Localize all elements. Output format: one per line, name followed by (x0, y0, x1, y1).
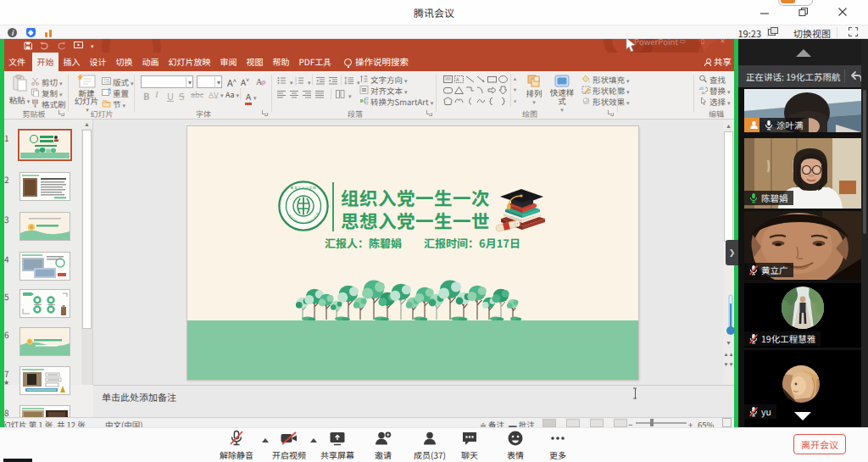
bullets-button[interactable] (277, 75, 293, 87)
fit-slide-button[interactable] (722, 418, 732, 427)
align-center-button[interactable] (290, 89, 301, 101)
previous-slide-button[interactable]: ▲▲ (723, 350, 734, 359)
leave-meeting-button[interactable]: 离开会议 (793, 434, 846, 454)
zoom-level[interactable]: 65% (698, 419, 714, 427)
line-spacing-button[interactable] (344, 75, 360, 87)
increase-font-button[interactable]: A˄ (227, 75, 236, 89)
align-right-button[interactable] (303, 89, 314, 101)
collapse-ribbon-chevron[interactable]: ˄ (721, 110, 725, 120)
tab-review[interactable]: 审阅 (215, 53, 242, 71)
copy-button[interactable]: 复制 (31, 87, 63, 99)
sidebar-scrollbar-thumb[interactable] (863, 90, 866, 234)
slide-thumbnail-7[interactable] (19, 366, 70, 395)
paste-button[interactable]: 粘贴 (7, 75, 32, 106)
zoom-in-button[interactable]: + (688, 419, 693, 427)
tab-transitions[interactable]: 切换 (111, 53, 137, 71)
font-color-button[interactable]: A (245, 89, 257, 103)
increase-indent-button[interactable] (329, 75, 340, 87)
layout-button[interactable]: 版式 (102, 76, 134, 88)
slide-thumbnail-2[interactable] (19, 172, 70, 201)
tile-chemeng-huiya[interactable]: 19化工程慧雅 (744, 283, 861, 348)
sidebar-scroll-up[interactable] (738, 39, 868, 65)
align-text-button[interactable]: 对齐文本 (359, 85, 408, 97)
normal-view-button[interactable] (542, 419, 556, 427)
arrange-button[interactable]: 排列▾ (522, 75, 546, 106)
tab-home[interactable]: 开始 (32, 53, 58, 71)
shape-effects-button[interactable]: 形状效果 (581, 96, 630, 108)
switch-view-button[interactable]: 切换视图 (793, 26, 831, 40)
comments-toggle[interactable]: ▬ 批注 (509, 419, 535, 427)
font-dialog-launcher[interactable] (261, 109, 268, 116)
tile-tuyeman[interactable]: 涂叶满 (744, 89, 861, 132)
share-screen-button[interactable]: 共享屏幕 (314, 430, 360, 461)
tab-insert[interactable]: 插入 (58, 53, 85, 71)
decrease-indent-button[interactable] (316, 75, 327, 87)
clipboard-dialog-launcher[interactable] (58, 109, 64, 116)
shapes-gallery-scroll[interactable]: ▲▼≡ (510, 74, 519, 107)
tell-me-search[interactable]: 操作说明搜索 (344, 53, 409, 71)
drawing-dialog-launcher[interactable] (607, 109, 614, 116)
slide-sorter-view-button[interactable] (566, 419, 580, 427)
restore-button[interactable] (790, 0, 819, 24)
notes-toggle[interactable]: ≐ 备注 (480, 419, 504, 427)
emoji-button[interactable]: 表情 (492, 430, 538, 461)
members-button[interactable]: 成员(37) (407, 430, 453, 461)
slide-thumbnail-3[interactable] (19, 212, 70, 241)
sidebar-collapse-handle[interactable]: ❯ (726, 240, 738, 265)
justify-button[interactable] (315, 89, 326, 101)
smartart-button[interactable]: 转换为SmartArt (359, 96, 433, 108)
tile-chenbijuan[interactable]: 陈碧娟 (744, 138, 861, 209)
close-button[interactable] (829, 0, 858, 24)
tab-animations[interactable]: 动画 (137, 53, 164, 71)
tab-design[interactable]: 设计 (85, 53, 111, 71)
minimize-button[interactable] (751, 0, 780, 24)
tab-file[interactable]: 文件 (2, 53, 32, 71)
zoom-out-button[interactable]: − (628, 419, 633, 427)
tab-help[interactable]: 帮助 (268, 53, 294, 71)
shape-outline-button[interactable]: 形状轮廓 (581, 85, 630, 97)
slideshow-view-button[interactable] (614, 419, 627, 427)
slide-thumbnail-5[interactable] (19, 289, 70, 318)
font-name-combobox[interactable] (141, 75, 193, 88)
strikethrough-button[interactable]: S (179, 89, 185, 103)
network-signal-icon[interactable] (45, 28, 54, 37)
cut-button[interactable]: 剪切 (31, 76, 63, 88)
clear-format-button[interactable]: A (256, 75, 266, 89)
char-spacing-button[interactable]: A̲V̲ (209, 89, 224, 100)
reading-view-button[interactable] (590, 419, 604, 427)
italic-button[interactable]: I (155, 89, 159, 99)
meeting-info-icon[interactable]: i (8, 28, 17, 37)
text-direction-button[interactable]: 文字方向 (359, 74, 408, 86)
find-button[interactable]: 查找 (698, 74, 726, 86)
decrease-font-button[interactable]: A˅ (241, 75, 249, 88)
protection-shield-icon[interactable] (26, 28, 36, 37)
slide-thumbnail-6[interactable] (19, 327, 70, 356)
shadow-button[interactable]: abc (191, 89, 203, 100)
ppt-share-button[interactable]: 共享 (704, 53, 732, 71)
language-indicator[interactable]: 中文(中国) (105, 419, 142, 427)
thumbnail-scrollbar[interactable]: ▲ (81, 120, 92, 385)
numbering-button[interactable]: 123 (295, 75, 311, 87)
tab-slideshow[interactable]: 幻灯片放映 (164, 53, 215, 71)
underline-button[interactable]: U (167, 89, 174, 103)
change-case-button[interactable]: Aa (225, 89, 239, 100)
font-size-combobox[interactable] (197, 75, 222, 88)
columns-button[interactable] (336, 89, 352, 101)
tab-pdf-tools[interactable]: PDF工具 (294, 53, 337, 71)
bold-button[interactable]: B (143, 89, 150, 103)
align-left-button[interactable] (277, 89, 288, 101)
tab-view[interactable]: 视图 (242, 53, 268, 71)
start-video-button[interactable]: 开启视频 (266, 430, 312, 461)
new-slide-button[interactable]: 新建幻灯片 (73, 74, 100, 114)
slide[interactable]: 黑龙江工业学院 HEILONGJIANG UNIV OF TECHNOLOGY … (187, 126, 638, 380)
zoom-slider-knob[interactable] (650, 419, 654, 426)
more-button[interactable]: 更多 (535, 430, 581, 461)
next-slide-button[interactable]: ▼▼ (723, 360, 734, 369)
zoom-slider-track[interactable] (636, 422, 687, 424)
unmute-button[interactable]: 解除静音 (214, 430, 259, 461)
select-button[interactable]: 选择 (698, 96, 731, 108)
notes-pane[interactable]: 单击此处添加备注 (93, 385, 739, 417)
slide-thumbnail-1[interactable] (19, 131, 70, 159)
shapes-gallery[interactable]: A (442, 74, 509, 111)
slide-thumbnail-4[interactable] (19, 252, 70, 281)
